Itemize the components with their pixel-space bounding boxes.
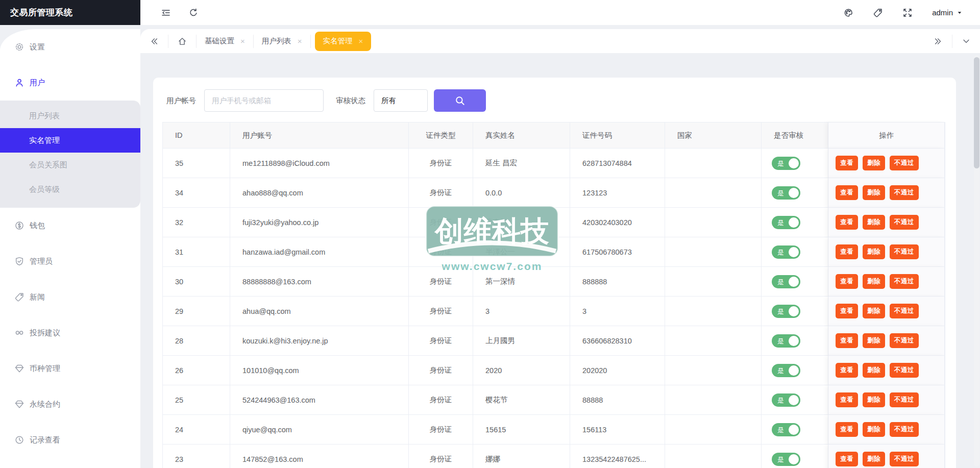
action-button-不通过[interactable]: 不通过 xyxy=(890,244,919,259)
tabs-menu-button[interactable] xyxy=(952,35,980,48)
audit-toggle[interactable]: 是 xyxy=(772,275,800,288)
action-button-删除[interactable]: 删除 xyxy=(863,333,885,348)
audit-toggle[interactable]: 是 xyxy=(772,423,800,436)
action-button-删除[interactable]: 删除 xyxy=(863,422,885,437)
sidebar-subitem-1-1[interactable]: 实名管理 xyxy=(0,128,140,153)
action-button-不通过[interactable]: 不通过 xyxy=(890,333,919,348)
sidebar-subitem-1-2[interactable]: 会员关系图 xyxy=(0,153,140,177)
action-button-删除[interactable]: 删除 xyxy=(863,363,885,378)
action-button-查看[interactable]: 查看 xyxy=(836,304,858,318)
action-button-删除[interactable]: 删除 xyxy=(863,156,885,170)
action-button-不通过[interactable]: 不通过 xyxy=(890,422,919,437)
app-title: 交易所管理系统 xyxy=(0,0,140,25)
sidebar-item-0[interactable]: 设置 xyxy=(0,29,140,65)
cell-country xyxy=(665,267,762,297)
audit-toggle[interactable]: 是 xyxy=(772,334,800,348)
palette-icon[interactable] xyxy=(843,8,853,18)
sidebar-item-3[interactable]: 管理员 xyxy=(0,243,140,279)
action-button-查看[interactable]: 查看 xyxy=(836,244,858,259)
refresh-icon[interactable] xyxy=(188,8,199,18)
cell-actions: 查看删除不通过 xyxy=(828,445,945,468)
scrollbar-thumb[interactable] xyxy=(974,57,979,168)
action-button-不通过[interactable]: 不通过 xyxy=(890,392,919,407)
action-button-删除[interactable]: 删除 xyxy=(863,452,885,466)
search-button[interactable] xyxy=(434,89,486,112)
action-button-查看[interactable]: 查看 xyxy=(836,363,858,378)
double-chevron-right-icon xyxy=(934,37,943,46)
action-button-查看[interactable]: 查看 xyxy=(836,333,858,348)
cell-actions: 查看删除不通过 xyxy=(828,267,945,297)
cell-id-type: 身份证 xyxy=(409,237,473,267)
audit-toggle[interactable]: 是 xyxy=(772,157,800,170)
content-card: 用户帐号 审核状态 所有 ID用户账号证件类型真实姓名证件号码国家是否审核操作 … xyxy=(153,78,956,468)
action-button-查看[interactable]: 查看 xyxy=(836,392,858,407)
tab-close-icon[interactable]: × xyxy=(359,37,363,45)
action-button-查看[interactable]: 查看 xyxy=(836,185,858,200)
action-button-删除[interactable]: 删除 xyxy=(863,304,885,318)
action-button-不通过[interactable]: 不通过 xyxy=(890,215,919,230)
sidebar-item-label: 管理员 xyxy=(30,257,53,266)
tabs-scroll-left-button[interactable] xyxy=(140,35,168,48)
menu-fold-icon[interactable] xyxy=(161,8,171,18)
sidebar-subitem-1-3[interactable]: 会员等级 xyxy=(0,177,140,202)
action-button-不通过[interactable]: 不通过 xyxy=(890,156,919,170)
action-button-删除[interactable]: 删除 xyxy=(863,392,885,407)
sidebar-item-6[interactable]: 币种管理 xyxy=(0,351,140,386)
tab-实名管理[interactable]: 实名管理× xyxy=(315,32,372,51)
action-button-查看[interactable]: 查看 xyxy=(836,274,858,289)
sidebar-item-1[interactable]: 用户 xyxy=(0,65,140,101)
tab-用户列表[interactable]: 用户列表× xyxy=(254,35,311,48)
user-menu[interactable]: admin xyxy=(932,8,963,17)
audit-toggle[interactable]: 是 xyxy=(772,186,800,200)
cell-id-type: 身份证 xyxy=(409,415,473,445)
action-button-删除[interactable]: 删除 xyxy=(863,244,885,259)
audit-toggle[interactable]: 是 xyxy=(772,453,800,466)
action-button-删除[interactable]: 删除 xyxy=(863,274,885,289)
sidebar-item-7[interactable]: 永续合约 xyxy=(0,386,140,422)
column-header-国家: 国家 xyxy=(665,122,762,149)
action-button-查看[interactable]: 查看 xyxy=(836,452,858,466)
cell-actions: 查看删除不通过 xyxy=(828,149,945,178)
top-header: 交易所管理系统 admin xyxy=(0,0,980,25)
sidebar-item-8[interactable]: 记录查看 xyxy=(0,422,140,458)
action-button-不通过[interactable]: 不通过 xyxy=(890,185,919,200)
sidebar-item-4[interactable]: 新闻 xyxy=(0,279,140,315)
action-button-删除[interactable]: 删除 xyxy=(863,185,885,200)
cell-id-number: 156113 xyxy=(570,415,665,445)
audit-toggle[interactable]: 是 xyxy=(772,216,800,229)
audit-toggle[interactable]: 是 xyxy=(772,364,800,377)
sidebar-item-label: 永续合约 xyxy=(30,400,60,409)
action-button-删除[interactable]: 删除 xyxy=(863,215,885,230)
tabs-scroll-right-button[interactable] xyxy=(924,35,952,48)
status-select[interactable]: 所有 xyxy=(374,89,428,112)
cell-real-name: 0.0.0 xyxy=(473,178,570,208)
sidebar-item-2[interactable]: 钱包 xyxy=(0,208,140,243)
tab-close-icon[interactable]: × xyxy=(240,37,245,45)
audit-toggle-label: 是 xyxy=(777,396,784,405)
audit-toggle[interactable]: 是 xyxy=(772,245,800,259)
sidebar-item-label: 投拆建议 xyxy=(30,328,60,338)
account-input[interactable] xyxy=(204,89,324,112)
cell-id-number: 13235422487625... xyxy=(570,445,665,468)
cell-actions: 查看删除不通过 xyxy=(828,178,945,208)
sidebar-item-5[interactable]: 投拆建议 xyxy=(0,315,140,351)
audit-toggle[interactable]: 是 xyxy=(772,393,800,407)
fullscreen-icon[interactable] xyxy=(902,8,913,18)
action-button-查看[interactable]: 查看 xyxy=(836,422,858,437)
action-button-查看[interactable]: 查看 xyxy=(836,156,858,170)
tab-基础设置[interactable]: 基础设置× xyxy=(197,35,254,48)
action-button-不通过[interactable]: 不通过 xyxy=(890,452,919,466)
action-button-不通过[interactable]: 不通过 xyxy=(890,363,919,378)
audit-toggle-label: 是 xyxy=(777,278,784,287)
cell-audit: 是 xyxy=(762,267,828,297)
home-tab[interactable] xyxy=(168,35,197,48)
sidebar-subitem-1-0[interactable]: 用户列表 xyxy=(0,104,140,128)
action-button-不通过[interactable]: 不通过 xyxy=(890,274,919,289)
sidebar: 设置用户用户列表实名管理会员关系图会员等级钱包管理员新闻投拆建议币种管理永续合约… xyxy=(0,25,140,468)
audit-toggle[interactable]: 是 xyxy=(772,305,800,318)
action-button-查看[interactable]: 查看 xyxy=(836,215,858,230)
tab-close-icon[interactable]: × xyxy=(298,37,302,45)
tag-icon[interactable] xyxy=(873,8,883,18)
sidebar-item-label: 设置 xyxy=(30,42,45,52)
action-button-不通过[interactable]: 不通过 xyxy=(890,304,919,318)
